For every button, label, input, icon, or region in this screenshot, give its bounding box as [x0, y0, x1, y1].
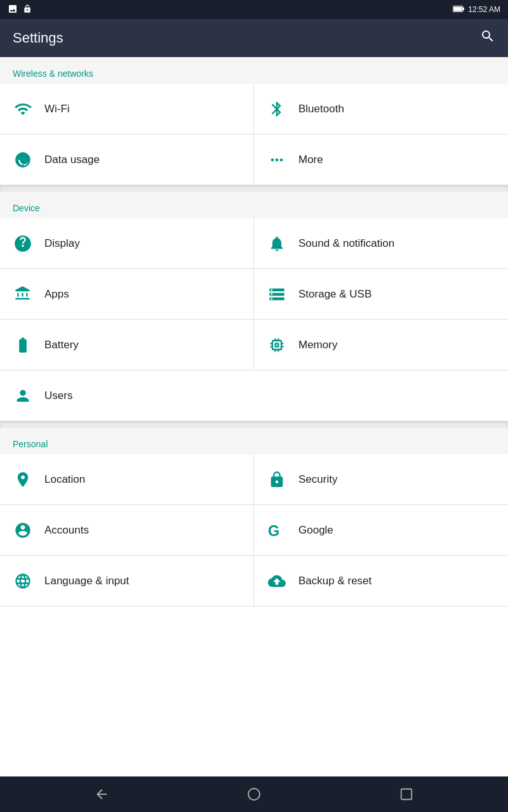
memory-label: Memory [298, 339, 337, 351]
data-usage-label: Data usage [44, 154, 100, 166]
lock-icon [23, 4, 32, 15]
settings-item-battery[interactable]: Battery [0, 320, 254, 370]
location-label: Location [44, 473, 85, 486]
settings-item-more[interactable]: More [254, 134, 508, 185]
back-button[interactable] [86, 778, 117, 810]
accounts-label: Accounts [44, 524, 89, 537]
settings-item-wifi[interactable]: Wi-Fi [0, 84, 254, 134]
wireless-grid: Wi-Fi Bluetooth Data usage More [0, 84, 508, 185]
backup-icon [267, 571, 287, 591]
battery-status-icon [453, 5, 464, 15]
svg-rect-1 [463, 7, 464, 10]
empty-cell [254, 370, 508, 421]
svg-rect-5 [401, 789, 412, 800]
settings-item-bluetooth[interactable]: Bluetooth [254, 84, 508, 134]
accounts-icon [13, 520, 33, 540]
settings-item-users[interactable]: Users [0, 370, 254, 421]
status-bar: 12:52 AM [0, 0, 508, 19]
memory-icon [267, 335, 287, 355]
divider-device-personal [0, 421, 508, 428]
users-label: Users [44, 390, 72, 402]
settings-item-data-usage[interactable]: Data usage [0, 134, 254, 185]
battery-label: Battery [44, 339, 79, 351]
device-grid: Display Sound & notification Apps Storag… [0, 218, 508, 421]
language-icon [13, 571, 33, 591]
backup-label: Backup & reset [298, 575, 371, 587]
apps-label: Apps [44, 288, 69, 301]
page-title: Settings [13, 30, 64, 46]
settings-content: Wireless & networks Wi-Fi Bluetooth Data… [0, 57, 508, 776]
status-bar-right: 12:52 AM [453, 5, 500, 15]
more-dots-icon [267, 150, 287, 170]
svg-point-4 [248, 789, 260, 800]
settings-item-google[interactable]: G Google [254, 505, 508, 556]
nav-bar [0, 776, 508, 812]
security-icon [267, 469, 287, 490]
location-icon [13, 469, 33, 490]
image-icon [8, 4, 18, 16]
settings-item-location[interactable]: Location [0, 454, 254, 505]
settings-item-security[interactable]: Security [254, 454, 508, 505]
svg-text:G: G [268, 523, 279, 539]
section-header-personal: Personal [0, 428, 508, 454]
settings-item-accounts[interactable]: Accounts [0, 505, 254, 556]
section-header-device: Device [0, 192, 508, 218]
bluetooth-icon [267, 99, 287, 119]
settings-item-display[interactable]: Display [0, 218, 254, 269]
display-label: Display [44, 237, 80, 250]
settings-item-storage[interactable]: Storage & USB [254, 269, 508, 320]
sound-label: Sound & notification [298, 237, 394, 250]
search-button[interactable] [480, 29, 495, 48]
bluetooth-label: Bluetooth [298, 103, 344, 115]
status-bar-left [8, 4, 32, 16]
language-label: Language & input [44, 575, 129, 587]
section-header-wireless: Wireless & networks [0, 57, 508, 84]
settings-item-apps[interactable]: Apps [0, 269, 254, 320]
security-label: Security [298, 473, 337, 486]
battery-item-icon [13, 335, 33, 355]
wifi-icon [13, 99, 33, 119]
divider-wireless-device [0, 185, 508, 192]
users-icon [13, 386, 33, 406]
storage-icon [267, 284, 287, 304]
svg-rect-2 [453, 6, 462, 11]
more-label: More [298, 154, 323, 166]
sound-icon [267, 233, 287, 254]
settings-item-backup[interactable]: Backup & reset [254, 556, 508, 606]
display-icon [13, 233, 33, 254]
google-label: Google [298, 524, 333, 537]
home-button[interactable] [238, 778, 270, 810]
wifi-label: Wi-Fi [44, 103, 70, 115]
app-bar: Settings [0, 19, 508, 57]
recent-button[interactable] [391, 778, 422, 810]
settings-item-language[interactable]: Language & input [0, 556, 254, 606]
settings-item-memory[interactable]: Memory [254, 320, 508, 370]
time-display: 12:52 AM [468, 5, 500, 14]
storage-label: Storage & USB [298, 288, 371, 301]
google-icon: G [267, 520, 287, 540]
data-usage-icon [13, 150, 33, 170]
settings-item-sound[interactable]: Sound & notification [254, 218, 508, 269]
apps-icon [13, 284, 33, 304]
personal-grid: Location Security Accounts G Google Lang… [0, 454, 508, 606]
